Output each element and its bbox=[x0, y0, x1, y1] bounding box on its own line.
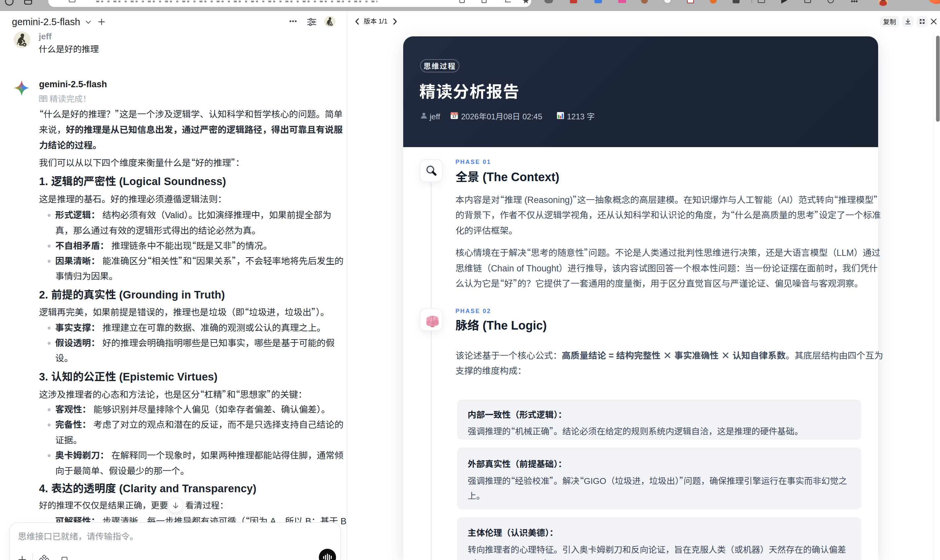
svg-text:17: 17 bbox=[452, 114, 456, 118]
